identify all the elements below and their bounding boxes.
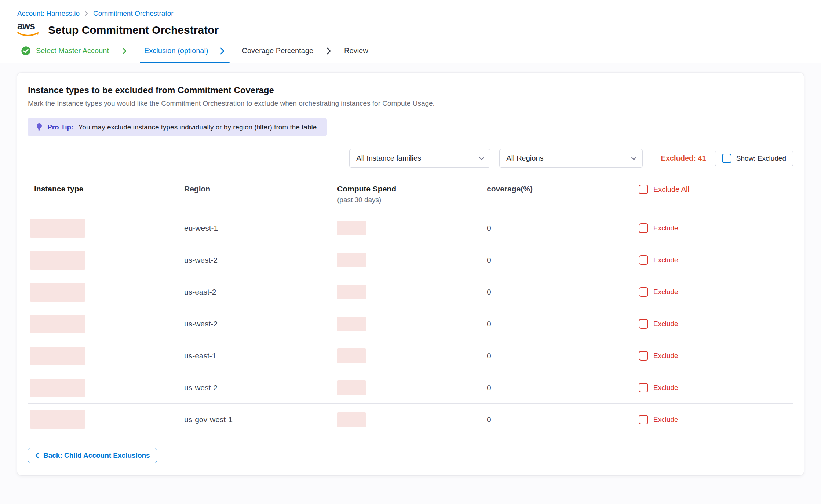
redacted-compute-spend	[337, 317, 366, 331]
exclusion-table: Instance type Region Compute Spend (past…	[28, 183, 793, 435]
step-coverage-percentage[interactable]: Coverage Percentage	[242, 47, 314, 55]
pro-tip-label: Pro Tip:	[47, 123, 73, 131]
region-cell: eu-west-1	[184, 224, 337, 233]
column-header-instance-type: Instance type	[28, 185, 184, 193]
redacted-instance-type	[30, 219, 85, 238]
exclude-checkbox[interactable]	[639, 287, 648, 297]
back-child-account-exclusions-button[interactable]: Back: Child Account Exclusions	[28, 448, 157, 463]
show-excluded-checkbox[interactable]	[722, 154, 731, 163]
column-header-compute-spend-title: Compute Spend	[337, 185, 487, 193]
redacted-instance-type	[30, 379, 85, 397]
exclude-label[interactable]: Exclude	[653, 288, 678, 296]
stepper-chevron-icon	[219, 47, 225, 55]
step-label: Review	[344, 47, 368, 55]
table-row: us-east-1 0 Exclude	[28, 340, 793, 372]
exclude-checkbox[interactable]	[639, 319, 648, 329]
stepper-chevron-icon	[326, 47, 332, 55]
card-subheading: Mark the Instance types you would like t…	[28, 99, 793, 107]
column-header-exclude-all: Exclude All	[639, 185, 793, 194]
step-exclusion[interactable]: Exclusion (optional)	[140, 39, 230, 63]
region-cell: us-west-2	[184, 319, 337, 328]
region-cell: us-gov-west-1	[184, 415, 337, 424]
breadcrumb-separator-icon	[84, 11, 89, 17]
region-cell: us-east-2	[184, 288, 337, 296]
chevron-left-icon	[35, 452, 39, 459]
redacted-compute-spend	[337, 380, 366, 395]
redacted-instance-type	[30, 251, 85, 270]
redacted-compute-spend	[337, 221, 366, 235]
breadcrumb-account-link[interactable]: Account: Harness.io	[17, 10, 80, 18]
excluded-count: Excluded: 41	[661, 154, 706, 162]
exclude-checkbox[interactable]	[639, 351, 648, 361]
coverage-cell: 0	[487, 351, 639, 360]
redacted-compute-spend	[337, 285, 366, 299]
coverage-cell: 0	[487, 224, 639, 233]
exclude-checkbox[interactable]	[639, 415, 648, 424]
filters-divider	[652, 152, 652, 165]
table-row: us-east-2 0 Exclude	[28, 276, 793, 308]
regions-select[interactable]: All Regions	[499, 149, 643, 168]
aws-logo: aws	[17, 21, 41, 37]
redacted-compute-spend	[337, 253, 366, 267]
exclusion-card: Instance types to be excluded from Commi…	[17, 73, 804, 475]
step-label: Select Master Account	[36, 47, 109, 55]
coverage-cell: 0	[487, 256, 639, 264]
step-complete-check-icon	[21, 46, 31, 56]
table-header-row: Instance type Region Compute Spend (past…	[28, 183, 793, 212]
page-title: Setup Commitment Orchestrator	[48, 23, 219, 37]
column-header-region: Region	[184, 185, 337, 193]
redacted-compute-spend	[337, 412, 366, 427]
exclude-checkbox[interactable]	[639, 223, 648, 233]
breadcrumb: Account: Harness.io Commitment Orchestra…	[17, 10, 804, 18]
coverage-cell: 0	[487, 288, 639, 296]
instance-families-select[interactable]: All Instance families	[349, 149, 490, 168]
redacted-instance-type	[30, 347, 85, 365]
exclude-label[interactable]: Exclude	[653, 384, 678, 392]
stepper-chevron-icon	[121, 47, 127, 55]
exclude-checkbox[interactable]	[639, 255, 648, 265]
column-header-coverage: coverage(%)	[487, 185, 639, 193]
exclude-label[interactable]: Exclude	[653, 416, 678, 424]
chevron-down-icon	[631, 156, 637, 161]
coverage-cell: 0	[487, 415, 639, 424]
table-row: us-west-2 0 Exclude	[28, 244, 793, 276]
exclude-checkbox[interactable]	[639, 383, 648, 392]
coverage-cell: 0	[487, 383, 639, 392]
column-header-compute-spend: Compute Spend (past 30 days)	[337, 185, 487, 204]
chevron-down-icon	[478, 156, 485, 161]
setup-stepper: Select Master Account Exclusion (optiona…	[0, 39, 821, 63]
step-label: Exclusion (optional)	[144, 47, 208, 55]
lightbulb-icon	[36, 123, 43, 132]
exclude-label[interactable]: Exclude	[653, 224, 678, 232]
aws-smile-icon	[17, 32, 40, 37]
table-row: us-west-2 0 Exclude	[28, 308, 793, 340]
breadcrumb-page-link[interactable]: Commitment Orchestrator	[93, 10, 174, 18]
pro-tip-text: You may exclude instance types individua…	[78, 123, 318, 131]
step-label: Coverage Percentage	[242, 47, 314, 55]
column-header-compute-spend-sub: (past 30 days)	[337, 196, 487, 204]
redacted-instance-type	[30, 410, 85, 429]
redacted-compute-spend	[337, 348, 366, 363]
table-row: eu-west-1 0 Exclude	[28, 212, 793, 244]
exclude-label[interactable]: Exclude	[653, 352, 678, 360]
filters-row: All Instance families All Regions Exclud…	[28, 149, 793, 168]
step-review[interactable]: Review	[344, 47, 368, 55]
region-cell: us-west-2	[184, 256, 337, 264]
coverage-cell: 0	[487, 319, 639, 328]
exclude-label[interactable]: Exclude	[653, 256, 678, 264]
exclude-all-checkbox[interactable]	[639, 185, 648, 194]
step-select-master-account[interactable]: Select Master Account	[21, 46, 109, 56]
redacted-instance-type	[30, 283, 85, 302]
instance-families-select-value: All Instance families	[356, 154, 421, 162]
card-heading: Instance types to be excluded from Commi…	[28, 85, 793, 95]
exclude-all-label[interactable]: Exclude All	[653, 185, 689, 194]
table-row: us-gov-west-1 0 Exclude	[28, 403, 793, 435]
redacted-instance-type	[30, 315, 85, 333]
table-row: us-west-2 0 Exclude	[28, 372, 793, 403]
page-header: Account: Harness.io Commitment Orchestra…	[0, 0, 821, 63]
aws-logo-text: aws	[17, 21, 41, 32]
exclude-label[interactable]: Exclude	[653, 320, 678, 328]
pro-tip-banner: Pro Tip: You may exclude instance types …	[28, 118, 327, 136]
show-excluded-toggle[interactable]: Show: Excluded	[715, 150, 793, 167]
back-button-label: Back: Child Account Exclusions	[43, 452, 150, 460]
